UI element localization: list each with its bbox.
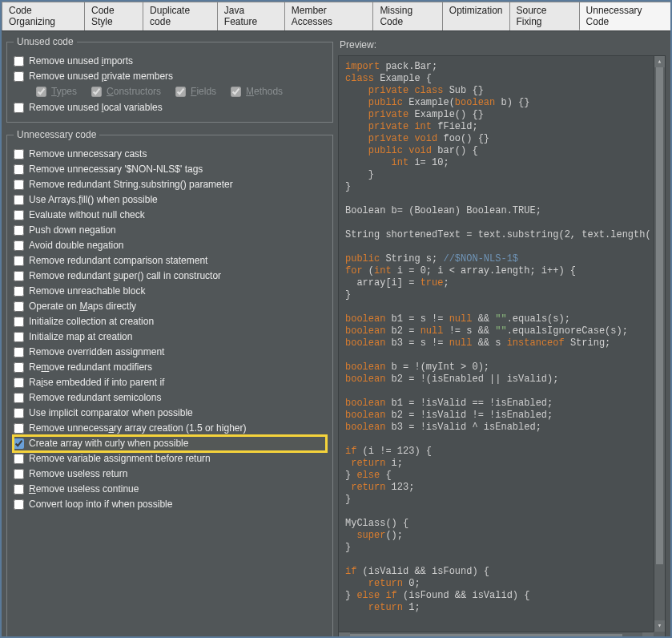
unused-item-2-label: Remove unused local variables xyxy=(29,102,163,113)
unused-item-0-checkbox[interactable] xyxy=(14,56,24,67)
unnecessary-item-10-label: Operate on Maps directly xyxy=(29,301,136,312)
tab-source-fixing[interactable]: Source Fixing xyxy=(509,2,580,30)
unnecessary-item-1-label: Remove unnecessary '$NON-NLS$' tags xyxy=(29,164,203,175)
unnecessary-item-3-checkbox[interactable] xyxy=(14,195,24,205)
unnecessary-item-14[interactable]: Remove redundant modifiers xyxy=(14,360,326,375)
unused-sub-2: Fields xyxy=(175,86,216,97)
unnecessary-item-22[interactable]: Remove useless continue xyxy=(14,482,326,497)
unnecessary-item-22-checkbox[interactable] xyxy=(14,484,24,495)
scroll-down-arrow[interactable]: ▾ xyxy=(654,620,665,632)
unused-code-group: Unused code Remove unused importsRemove … xyxy=(6,36,333,123)
unnecessary-item-7[interactable]: Remove redundant comparison statement xyxy=(14,253,326,269)
unnecessary-item-18-checkbox[interactable] xyxy=(14,423,24,434)
unnecessary-item-8[interactable]: Remove redundant super() call in constru… xyxy=(14,269,326,284)
unnecessary-item-1[interactable]: Remove unnecessary '$NON-NLS$' tags xyxy=(14,162,326,177)
scroll-left-arrow[interactable]: ◂ xyxy=(339,632,350,638)
unnecessary-item-10[interactable]: Operate on Maps directly xyxy=(14,299,326,314)
unused-item-1-label: Remove unused private members xyxy=(29,71,173,82)
unnecessary-item-23-checkbox[interactable] xyxy=(14,499,24,510)
unnecessary-item-16-checkbox[interactable] xyxy=(14,393,24,403)
unnecessary-item-0-checkbox[interactable] xyxy=(14,149,24,160)
unused-sub-0-label: Types xyxy=(51,86,77,97)
unnecessary-item-11[interactable]: Initialize collection at creation xyxy=(14,314,326,329)
tab-optimization[interactable]: Optimization xyxy=(442,2,510,30)
unnecessary-item-19[interactable]: Create array with curly when possible xyxy=(14,436,326,451)
unused-item-1[interactable]: Remove unused private members xyxy=(14,69,326,84)
unnecessary-item-7-label: Remove redundant comparison statement xyxy=(29,255,207,266)
tab-missing-code[interactable]: Missing Code xyxy=(372,2,442,30)
unnecessary-item-11-label: Initialize collection at creation xyxy=(29,316,154,327)
unnecessary-item-12-label: Initialize map at creation xyxy=(29,331,132,342)
unused-item-1-checkbox[interactable] xyxy=(14,71,24,82)
unnecessary-item-16-label: Remove redundant semicolons xyxy=(29,392,161,403)
unnecessary-item-15[interactable]: Raise embedded if into parent if xyxy=(14,375,326,390)
unnecessary-code-group: Unnecessary code Remove unnecessary cast… xyxy=(6,129,333,638)
unnecessary-legend: Unnecessary code xyxy=(14,129,99,140)
unused-sub-2-label: Fields xyxy=(191,86,216,97)
unnecessary-item-19-checkbox[interactable] xyxy=(14,438,24,449)
unnecessary-item-7-checkbox[interactable] xyxy=(14,256,24,266)
tab-unnecessary-code[interactable]: Unnecessary Code xyxy=(579,2,671,30)
unnecessary-item-2[interactable]: Remove redundant String.substring() para… xyxy=(14,177,326,192)
unnecessary-item-6-label: Avoid double negation xyxy=(29,240,124,251)
unnecessary-item-6[interactable]: Avoid double negation xyxy=(14,238,326,253)
unused-sub-3-checkbox xyxy=(231,87,241,97)
unused-sub-3: Methods xyxy=(231,86,283,97)
unnecessary-item-19-label: Create array with curly when possible xyxy=(29,438,188,449)
preview-pane: import pack.Bar; class Example { private… xyxy=(338,55,666,638)
tab-duplicate-code[interactable]: Duplicate code xyxy=(143,2,218,30)
scroll-right-arrow[interactable]: ▸ xyxy=(642,632,654,638)
unnecessary-item-23-label: Convert loop into if when possible xyxy=(29,499,172,510)
unnecessary-item-13-checkbox[interactable] xyxy=(14,347,24,357)
scroll-up-arrow[interactable]: ▴ xyxy=(654,56,665,67)
unused-sub-0-checkbox xyxy=(36,87,46,97)
unused-sub-1: Constructors xyxy=(91,86,161,97)
scrollbar-vertical[interactable]: ▴ ▾ xyxy=(654,56,665,632)
unnecessary-item-14-label: Remove redundant modifiers xyxy=(29,361,152,373)
unnecessary-item-9[interactable]: Remove unreachable block xyxy=(14,284,326,299)
unnecessary-item-4-checkbox[interactable] xyxy=(14,210,24,220)
unnecessary-item-18-label: Remove unnecessary array creation (1.5 o… xyxy=(29,422,246,434)
unnecessary-item-9-checkbox[interactable] xyxy=(14,286,24,297)
unnecessary-item-10-checkbox[interactable] xyxy=(14,301,24,312)
unnecessary-item-20[interactable]: Remove variable assignment before return xyxy=(14,451,326,466)
scroll-thumb-v[interactable] xyxy=(656,67,663,564)
scroll-thumb-h[interactable] xyxy=(350,634,622,638)
unnecessary-item-13[interactable]: Remove overridden assignment xyxy=(14,345,326,360)
unnecessary-item-0[interactable]: Remove unnecessary casts xyxy=(14,147,326,162)
unnecessary-item-4[interactable]: Evaluate without null check xyxy=(14,208,326,223)
tab-java-feature[interactable]: Java Feature xyxy=(217,2,285,30)
unnecessary-item-3[interactable]: Use Arrays.fill() when possible xyxy=(14,192,326,208)
unnecessary-item-17-checkbox[interactable] xyxy=(14,408,24,418)
unused-item-2[interactable]: Remove unused local variables xyxy=(14,100,326,115)
unused-item-2-checkbox[interactable] xyxy=(14,103,24,113)
unnecessary-item-21[interactable]: Remove useless return xyxy=(14,466,326,482)
unused-item-0[interactable]: Remove unused imports xyxy=(14,54,326,69)
unnecessary-item-0-label: Remove unnecessary casts xyxy=(29,148,147,160)
unnecessary-item-23[interactable]: Convert loop into if when possible xyxy=(14,497,326,512)
tab-member-accesses[interactable]: Member Accesses xyxy=(284,2,374,30)
unnecessary-item-18[interactable]: Remove unnecessary array creation (1.5 o… xyxy=(14,421,326,436)
unnecessary-item-21-checkbox[interactable] xyxy=(14,469,24,479)
unnecessary-item-1-checkbox[interactable] xyxy=(14,164,24,175)
scrollbar-horizontal[interactable]: ◂ ▸ xyxy=(339,632,654,638)
unnecessary-item-17[interactable]: Use implicit comparator when possible xyxy=(14,406,326,421)
unnecessary-item-15-checkbox[interactable] xyxy=(14,378,24,388)
unnecessary-item-11-checkbox[interactable] xyxy=(14,317,24,327)
unnecessary-item-16[interactable]: Remove redundant semicolons xyxy=(14,390,326,406)
unnecessary-item-12-checkbox[interactable] xyxy=(14,332,24,342)
unused-item-0-label: Remove unused imports xyxy=(29,55,133,67)
unnecessary-item-15-label: Raise embedded if into parent if xyxy=(29,377,164,388)
tab-code-style[interactable]: Code Style xyxy=(84,2,143,30)
unnecessary-item-2-checkbox[interactable] xyxy=(14,180,24,190)
tab-code-organizing[interactable]: Code Organizing xyxy=(2,2,85,30)
unnecessary-item-8-label: Remove redundant super() call in constru… xyxy=(29,270,221,281)
unnecessary-item-14-checkbox[interactable] xyxy=(14,362,24,373)
unnecessary-item-5[interactable]: Push down negation xyxy=(14,223,326,238)
unnecessary-item-20-checkbox[interactable] xyxy=(14,454,24,464)
unnecessary-item-8-checkbox[interactable] xyxy=(14,271,24,281)
unnecessary-item-3-label: Use Arrays.fill() when possible xyxy=(29,194,158,205)
unnecessary-item-6-checkbox[interactable] xyxy=(14,240,24,251)
unnecessary-item-12[interactable]: Initialize map at creation xyxy=(14,329,326,345)
unnecessary-item-5-checkbox[interactable] xyxy=(14,225,24,236)
